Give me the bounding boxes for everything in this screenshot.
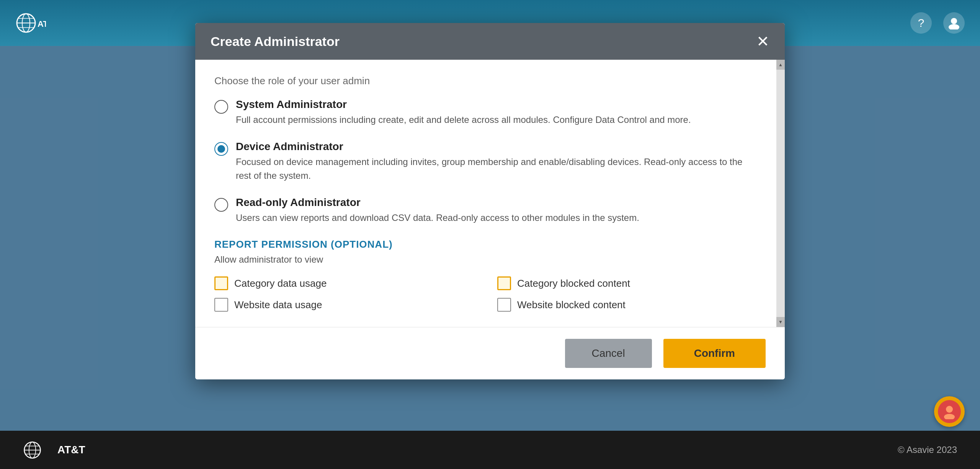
scroll-up-button[interactable]: ▲: [776, 60, 785, 70]
confirm-button[interactable]: Confirm: [663, 339, 766, 368]
svg-point-9: [944, 414, 955, 419]
device-admin-content: Device Administrator Focused on device m…: [236, 141, 757, 183]
modal-scroll-container: Choose the role of your user admin Syste…: [195, 60, 785, 327]
checkbox-website-data-usage[interactable]: [214, 298, 228, 312]
svg-point-8: [946, 406, 953, 413]
checkbox-label-website-data-usage: Website data usage: [234, 299, 322, 311]
choose-role-label: Choose the role of your user admin: [214, 75, 757, 87]
copyright-text: © Asavie 2023: [898, 444, 957, 455]
device-admin-desc: Focused on device management including i…: [236, 155, 757, 183]
checkbox-label-category-blocked-content: Category blocked content: [517, 278, 630, 289]
bottom-bar: AT&T © Asavie 2023: [0, 431, 980, 469]
scroll-down-button[interactable]: ▼: [776, 317, 785, 327]
bottom-att-logo-icon: [23, 440, 50, 461]
radio-option-system-admin: System Administrator Full account permis…: [214, 98, 757, 127]
checkbox-category-data-usage[interactable]: [214, 276, 228, 290]
checkbox-category-blocked-content[interactable]: [497, 276, 511, 290]
floating-avatar-icon: [938, 400, 961, 423]
modal-footer: Cancel Confirm: [195, 327, 785, 379]
modal-body: Choose the role of your user admin Syste…: [195, 60, 776, 327]
report-permission-header: REPORT PERMISSION (OPTIONAL): [214, 239, 757, 250]
readonly-admin-desc: Users can view reports and download CSV …: [236, 211, 639, 225]
checkbox-item-website-data-usage: Website data usage: [214, 298, 474, 312]
radio-system-admin[interactable]: [214, 100, 228, 114]
system-admin-content: System Administrator Full account permis…: [236, 98, 691, 127]
modal-close-button[interactable]: ✕: [756, 34, 769, 49]
modal-backdrop: Create Administrator ✕ Choose the role o…: [0, 0, 980, 469]
checkbox-item-category-data-usage: Category data usage: [214, 276, 474, 290]
checkbox-item-category-blocked-content: Category blocked content: [497, 276, 757, 290]
checkbox-label-category-data-usage: Category data usage: [234, 278, 327, 289]
system-admin-title: System Administrator: [236, 98, 691, 111]
modal-scrollbar[interactable]: ▲ ▼: [776, 60, 785, 327]
checkbox-label-website-blocked-content: Website blocked content: [517, 299, 626, 311]
modal-header: Create Administrator ✕: [195, 23, 785, 60]
radio-option-readonly-admin: Read-only Administrator Users can view r…: [214, 196, 757, 225]
checkbox-website-blocked-content[interactable]: [497, 298, 511, 312]
modal-title: Create Administrator: [211, 34, 340, 49]
create-administrator-modal: Create Administrator ✕ Choose the role o…: [195, 23, 785, 379]
checkbox-item-website-blocked-content: Website blocked content: [497, 298, 757, 312]
readonly-admin-title: Read-only Administrator: [236, 196, 639, 209]
system-admin-desc: Full account permissions including creat…: [236, 113, 691, 127]
device-admin-title: Device Administrator: [236, 141, 757, 153]
bottom-logo-text: AT&T: [57, 444, 85, 456]
radio-device-admin[interactable]: [214, 142, 228, 156]
readonly-admin-content: Read-only Administrator Users can view r…: [236, 196, 639, 225]
floating-chat-button[interactable]: [934, 396, 965, 427]
report-permission-subtext: Allow administrator to view: [214, 254, 757, 265]
radio-option-device-admin: Device Administrator Focused on device m…: [214, 141, 757, 183]
radio-readonly-admin[interactable]: [214, 198, 228, 212]
cancel-button[interactable]: Cancel: [565, 339, 652, 368]
bottom-logo: AT&T: [23, 440, 85, 461]
checkboxes-grid: Category data usage Category blocked con…: [214, 276, 757, 312]
